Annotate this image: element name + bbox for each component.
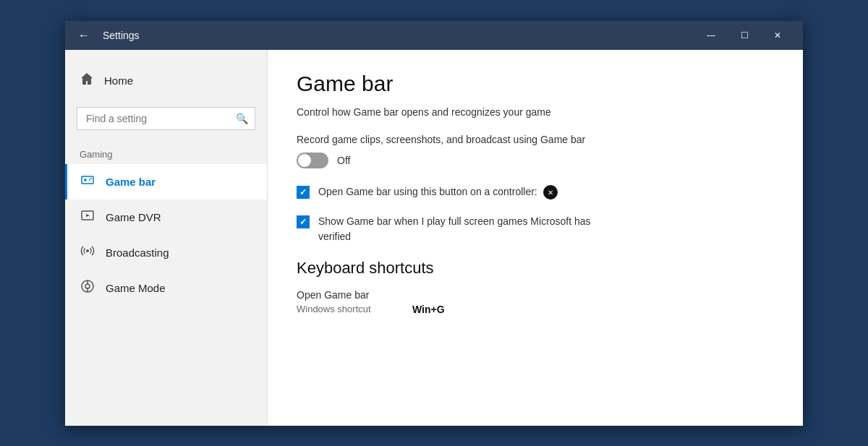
shortcut-title: Open Game bar bbox=[297, 289, 774, 301]
sidebar-home[interactable]: Home bbox=[65, 64, 267, 97]
open-gamebar-shortcut: Open Game bar Windows shortcut Win+G bbox=[297, 289, 774, 315]
svg-rect-0 bbox=[82, 176, 93, 184]
minimize-button[interactable]: — bbox=[694, 21, 728, 50]
sidebar: Home 🔍 Gaming Game bar Game DVR bbox=[65, 50, 268, 426]
sidebar-item-game-dvr[interactable]: Game DVR bbox=[65, 200, 267, 235]
fullscreen-checkbox-label: Show Game bar when I play full screen ga… bbox=[318, 214, 591, 244]
controller-checkbox-label: Open Game bar using this button on a con… bbox=[318, 184, 558, 200]
record-setting: Record game clips, screenshots, and broa… bbox=[297, 134, 774, 168]
toggle-label: Off bbox=[337, 155, 350, 166]
sidebar-item-broadcasting[interactable]: Broadcasting bbox=[65, 235, 267, 270]
game-mode-label: Game Mode bbox=[106, 282, 166, 294]
fullscreen-checkbox-row: ✓ Show Game bar when I play full screen … bbox=[297, 214, 774, 244]
checkmark-icon: ✓ bbox=[299, 187, 307, 197]
svg-point-8 bbox=[85, 284, 90, 288]
page-description: Control how Game bar opens and recognize… bbox=[297, 106, 774, 118]
svg-point-3 bbox=[89, 179, 90, 181]
settings-window: ← Settings — ☐ ✕ Home 🔍 Gaming bbox=[65, 21, 803, 426]
broadcasting-label: Broadcasting bbox=[106, 246, 169, 259]
game-dvr-label: Game DVR bbox=[106, 211, 161, 223]
game-bar-icon bbox=[80, 173, 95, 191]
main-content: Game bar Control how Game bar opens and … bbox=[268, 50, 803, 426]
shortcut-key-label: Windows shortcut bbox=[297, 304, 412, 314]
close-button[interactable]: ✕ bbox=[761, 21, 794, 50]
controller-checkbox[interactable]: ✓ bbox=[297, 186, 310, 199]
keyboard-shortcuts-heading: Keyboard shortcuts bbox=[297, 259, 774, 278]
xbox-icon bbox=[543, 185, 558, 200]
sidebar-item-game-mode[interactable]: Game Mode bbox=[65, 270, 267, 306]
maximize-button[interactable]: ☐ bbox=[728, 21, 761, 50]
broadcasting-icon bbox=[80, 244, 95, 262]
shortcut-key-value: Win+G bbox=[412, 304, 445, 315]
page-title: Game bar bbox=[297, 72, 774, 96]
home-icon bbox=[80, 72, 94, 90]
fullscreen-checkbox[interactable]: ✓ bbox=[297, 215, 310, 228]
svg-point-6 bbox=[86, 249, 89, 252]
sidebar-item-game-bar[interactable]: Game bar bbox=[65, 164, 267, 200]
controller-checkbox-row: ✓ Open Game bar using this button on a c… bbox=[297, 184, 774, 200]
shortcut-table: Windows shortcut Win+G bbox=[297, 304, 774, 315]
titlebar: ← Settings — ☐ ✕ bbox=[65, 21, 803, 50]
content-area: Home 🔍 Gaming Game bar Game DVR bbox=[65, 50, 803, 426]
svg-point-4 bbox=[90, 178, 92, 179]
search-input[interactable] bbox=[77, 107, 255, 130]
game-mode-icon bbox=[80, 279, 95, 297]
gamebar-toggle[interactable] bbox=[297, 153, 328, 168]
game-dvr-icon bbox=[80, 208, 95, 226]
checkmark-icon-2: ✓ bbox=[299, 217, 307, 227]
toggle-knob bbox=[298, 154, 311, 167]
section-label: Gaming bbox=[65, 140, 267, 164]
home-label: Home bbox=[104, 74, 133, 87]
game-bar-label: Game bar bbox=[106, 176, 156, 188]
search-box: 🔍 bbox=[77, 107, 255, 130]
back-button[interactable]: ← bbox=[74, 26, 94, 45]
window-controls: — ☐ ✕ bbox=[694, 21, 794, 50]
toggle-row: Off bbox=[297, 153, 774, 168]
window-title: Settings bbox=[103, 30, 140, 41]
record-desc: Record game clips, screenshots, and broa… bbox=[297, 134, 774, 145]
